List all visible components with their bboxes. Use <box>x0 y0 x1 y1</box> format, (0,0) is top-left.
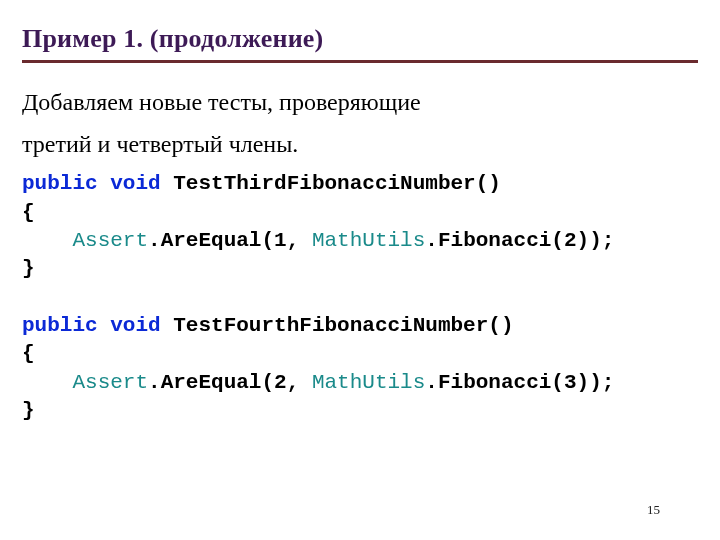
slide: Пример 1. (продолжение) Добавляем новые … <box>0 0 720 540</box>
call-fib-1: .Fibonacci( <box>425 229 564 252</box>
call-areequal-1: .AreEqual( <box>148 229 274 252</box>
title-rule <box>22 60 698 63</box>
indent-1 <box>22 229 72 252</box>
indent-2 <box>22 371 72 394</box>
class-assert-2: Assert <box>72 371 148 394</box>
body-line-2: третий и четвертый члены. <box>22 129 698 161</box>
method2-name: TestFourthFibonacciNumber() <box>161 314 514 337</box>
brace-open-1: { <box>22 201 35 224</box>
endcall-1: )); <box>577 229 615 252</box>
comma-1: , <box>287 229 312 252</box>
call-fib-2: .Fibonacci( <box>425 371 564 394</box>
comma-2: , <box>287 371 312 394</box>
class-assert-1: Assert <box>72 229 148 252</box>
keyword-public-2: public <box>22 314 98 337</box>
class-mathutils-2: MathUtils <box>312 371 425 394</box>
slide-title: Пример 1. (продолжение) <box>22 24 698 54</box>
keyword-void-2: void <box>110 314 160 337</box>
page-number: 15 <box>647 502 660 518</box>
brace-open-2: { <box>22 342 35 365</box>
call-areequal-2: .AreEqual( <box>148 371 274 394</box>
m2-arg2: 3 <box>564 371 577 394</box>
endcall-2: )); <box>577 371 615 394</box>
brace-close-2: } <box>22 399 35 422</box>
m1-arg2: 2 <box>564 229 577 252</box>
keyword-public: public <box>22 172 98 195</box>
code-block: public void TestThirdFibonacciNumber() {… <box>22 170 698 425</box>
m1-arg1: 1 <box>274 229 287 252</box>
method1-name: TestThirdFibonacciNumber() <box>161 172 501 195</box>
m2-arg1: 2 <box>274 371 287 394</box>
class-mathutils-1: MathUtils <box>312 229 425 252</box>
brace-close-1: } <box>22 257 35 280</box>
body-line-1: Добавляем новые тесты, проверяющие <box>22 87 698 119</box>
keyword-void: void <box>110 172 160 195</box>
